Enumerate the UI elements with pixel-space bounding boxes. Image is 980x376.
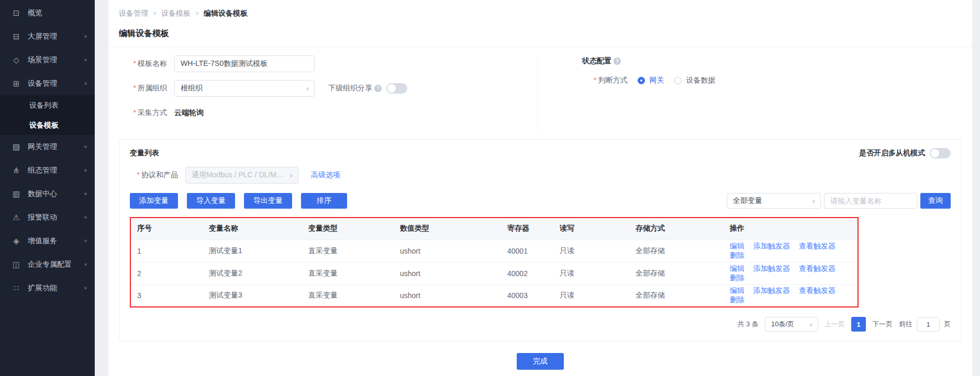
sidebar-item-value-added-service[interactable]: ◈增值服务∨ [0,229,95,253]
table-cell: 全部存储 [629,284,723,307]
extension-icon: ∷ [12,283,21,293]
protocol-row: *协议和产品 通用Modbus / PLC / DL/Modbus/Modbus… [130,167,951,184]
organization-select[interactable]: 根组织 ∨ [174,80,315,97]
template-name-input[interactable] [174,55,315,72]
delete-link[interactable]: 删除 [730,274,744,282]
required-asterisk: * [137,170,140,179]
delete-link[interactable]: 删除 [730,251,744,259]
table-header-row: 序号变量名称变量类型数值类型寄存器读写存储方式操作 [130,218,858,240]
table-cell: 全部存储 [629,240,723,262]
current-page-button[interactable]: 1 [851,317,866,332]
judge-mode-label: *判断方式 [594,76,627,85]
pagination: 共 3 条 10条/页 ∨ 上一页 1 下一页 前往 页 [130,317,951,332]
breadcrumb-item[interactable]: 设备管理 [119,9,148,18]
import-variable-button[interactable]: 导入变量 [187,193,235,209]
query-button[interactable]: 查询 [920,193,951,209]
sidebar-item-gateway-management[interactable]: ▨网关管理∨ [0,135,95,158]
template-form-left: *模板名称 *所属组织 根组织 ∨ 下级组织分享 ? * [119,55,538,130]
table-cell: 3 [130,284,203,307]
breadcrumb-separator: > [153,10,157,17]
breadcrumb-item: 编辑设备模板 [204,9,248,18]
add-trigger-link[interactable]: 添加触发器 [753,242,790,250]
radio-device-data[interactable]: 设备数据 [674,76,715,85]
add-trigger-link[interactable]: 添加触发器 [753,264,790,272]
table-cell: 全部存储 [629,262,723,284]
enterprise-icon: ◫ [12,260,21,269]
sidebar-item-overview[interactable]: ⊡概览 [0,1,95,25]
sidebar-item-scene-management[interactable]: ◇场景管理∨ [0,48,95,72]
prev-page-button[interactable]: 上一页 [825,320,845,329]
chevron-down-icon: ∨ [84,286,87,290]
variable-search-input[interactable] [824,193,917,209]
sidebar-item-label: 设备管理 [28,79,84,88]
collect-mode-value: 云端轮询 [174,108,204,118]
organization-label: *所属组织 [119,84,167,93]
help-icon[interactable]: ? [614,58,621,65]
column-header: 存储方式 [629,218,723,240]
column-header: 数值类型 [394,218,501,240]
breadcrumb-item[interactable]: 设备模板 [161,9,191,18]
done-button[interactable]: 完成 [517,353,564,370]
view-trigger-link[interactable]: 查看触发器 [799,286,836,294]
sidebar-item-device-list[interactable]: 设备列表 [0,95,95,115]
sidebar-item-screen-management[interactable]: ⊟大屏管理∨ [0,25,95,48]
table-cell: ushort [394,240,501,262]
sort-button[interactable]: 排序 [301,193,347,209]
sidebar-item-data-center[interactable]: ▥数据中心∨ [0,182,95,206]
table-cell: ushort [394,262,501,284]
chevron-down-icon: ∨ [84,238,87,243]
page-size-select[interactable]: 10条/页 ∨ [765,317,818,332]
main-content: 设备管理>设备模板>编辑设备模板 编辑设备模板 *模板名称 *所属组织 根组织 … [108,0,972,376]
column-header: 变量名称 [203,218,302,240]
view-trigger-link[interactable]: 查看触发器 [799,242,836,250]
radio-dot-icon [674,77,682,84]
goto-page-input[interactable] [917,317,940,332]
variable-list-title: 变量列表 [130,149,159,158]
sidebar-item-enterprise-config[interactable]: ◫企业专属配置∨ [0,253,95,276]
sidebar-item-label: 大屏管理 [28,32,84,41]
sidebar-item-alarm-linkage[interactable]: ⚠报警联动∨ [0,206,95,229]
chevron-down-icon: ∨ [809,322,813,327]
edit-link[interactable]: 编辑 [730,242,744,250]
edit-link[interactable]: 编辑 [730,286,744,294]
page-size-value: 10条/页 [771,320,794,329]
pagination-total: 共 3 条 [738,320,759,329]
breadcrumb-separator: > [195,10,199,17]
advanced-options-link[interactable]: 高级选项 [311,170,340,180]
delete-link[interactable]: 删除 [730,295,744,304]
add-variable-button[interactable]: 添加变量 [130,193,178,209]
scene-icon: ◇ [12,55,21,65]
table-cell: 直采变量 [302,284,394,307]
share-toggle[interactable] [386,83,407,94]
chevron-down-icon: ∨ [812,198,816,204]
sidebar-item-extended-functions[interactable]: ∷扩展功能∨ [0,276,95,300]
multi-slave-group: 是否开启多从机模式 [859,148,951,158]
table-cell: ushort [394,284,501,307]
add-trigger-link[interactable]: 添加触发器 [753,286,790,294]
variable-filter-select[interactable]: 全部变量 ∨ [727,193,821,209]
table-cell: 只读 [553,262,629,284]
sidebar-item-configuration-management[interactable]: ⋔组态管理∨ [0,158,95,182]
variable-toolbar: 添加变量导入变量导出变量排序 全部变量 ∨ 查询 [130,193,951,209]
sidebar-item-device-template[interactable]: 设备模板 [0,115,95,135]
goto-page-group: 前往 页 [899,317,951,332]
view-trigger-link[interactable]: 查看触发器 [799,264,836,272]
table-cell: 40001 [501,240,553,262]
required-asterisk: * [594,76,596,84]
radio-dot-icon [638,77,645,84]
help-icon[interactable]: ? [374,85,382,92]
table-actions-cell: 编辑添加触发器查看触发器删除 [723,284,858,307]
edit-link[interactable]: 编辑 [730,264,744,272]
sidebar-item-label: 网关管理 [28,142,84,152]
collect-mode-label: *采集方式 [119,108,167,118]
radio-gateway[interactable]: 网关 [638,76,664,85]
breadcrumb: 设备管理>设备模板>编辑设备模板 [119,0,962,18]
sidebar-item-device-management[interactable]: ⊞设备管理∧ [0,72,95,95]
next-page-button[interactable]: 下一页 [872,320,893,329]
export-variable-button[interactable]: 导出变量 [244,193,292,209]
multi-slave-toggle[interactable] [930,148,951,158]
required-asterisk: * [133,59,136,67]
protocol-label: *协议和产品 [130,170,178,180]
chevron-down-icon: ∨ [84,191,87,196]
table-cell: 测试变量1 [203,240,302,262]
